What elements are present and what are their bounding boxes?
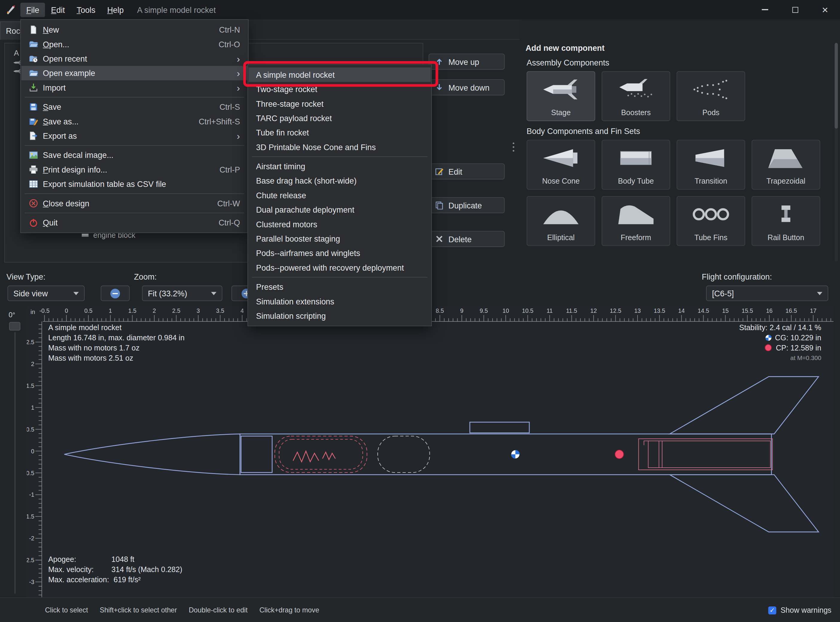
menu-item-open-example[interactable]: Open example› (21, 66, 248, 80)
rotation-slider-track[interactable] (14, 332, 15, 594)
menu-item-3d-printable-nose-cone-and-fins[interactable]: 3D Printable Nose Cone and Fins (248, 140, 431, 154)
move-up-button[interactable]: Move up (428, 53, 505, 70)
menu-item-dual-parachute-deployment[interactable]: Dual parachute deployment (248, 203, 431, 217)
rocket-figure[interactable] (64, 377, 819, 532)
menu-item-label: Chute release (256, 191, 306, 200)
menu-item-close-design[interactable]: Close designCtrl-W (21, 196, 248, 210)
menu-item-import[interactable]: Import› (21, 81, 248, 95)
minimize-button[interactable] (750, 0, 780, 19)
menu-item-label: Clustered motors (256, 220, 317, 229)
design-mass-motors: Mass with motors 2.51 oz (48, 354, 133, 362)
menu-item-label: Tube fin rocket (256, 128, 309, 137)
delete-icon (435, 235, 444, 244)
component-label: Rail Button (768, 233, 804, 242)
window-title: A simple model rocket (137, 5, 216, 14)
nose-shoulder[interactable] (241, 436, 272, 473)
move-down-button[interactable]: Move down (428, 79, 505, 95)
svg-text:-0.5: -0.5 (27, 470, 34, 476)
menu-item-print-design-info[interactable]: Print design info...Ctrl-P (21, 162, 248, 177)
menu-item-pods-powered-with-recovery-deployment[interactable]: Pods--powered with recovery deployment (248, 261, 431, 275)
component-button-pods[interactable]: Pods (677, 71, 745, 121)
menu-item-save[interactable]: SaveCtrl-S (21, 99, 248, 114)
menubar-file[interactable]: File (20, 2, 45, 17)
file-menu: NewCtrl-NOpen...Ctrl-OOpen recent›Open e… (20, 19, 248, 233)
delete-button[interactable]: Delete (428, 231, 505, 247)
menu-shortcut: Ctrl+Shift-S (198, 117, 240, 126)
component-button-nose-cone[interactable]: Nose Cone (527, 140, 595, 190)
freeform-icon (616, 197, 656, 231)
svg-text:0: 0 (65, 307, 68, 314)
menubar-edit[interactable]: Edit (45, 2, 71, 17)
menu-item-tube-fin-rocket[interactable]: Tube fin rocket (248, 125, 431, 140)
menubar-tools[interactable]: Tools (71, 2, 101, 17)
motor[interactable] (648, 441, 770, 468)
menu-item-two-stage-rocket[interactable]: Two-stage rocket (248, 82, 431, 96)
component-button-transition[interactable]: Transition (677, 140, 745, 190)
shock-cord[interactable] (322, 452, 335, 460)
scrollbar[interactable] (835, 43, 838, 261)
component-button-elliptical[interactable]: Elliptical (527, 196, 595, 246)
view-type-select[interactable]: Side view (8, 285, 85, 301)
fin-upper[interactable] (669, 377, 819, 434)
menu-item-three-stage-rocket[interactable]: Three-stage rocket (248, 96, 431, 111)
button-label: Duplicate (448, 201, 482, 210)
hint-drag: Click+drag to move (259, 606, 319, 614)
decal-icon (29, 150, 38, 159)
component-button-rail-button[interactable]: Rail Button (752, 196, 820, 246)
menu-item-base-drag-hack-short-wide[interactable]: Base drag hack (short-wide) (248, 174, 431, 188)
component-button-freeform[interactable]: Freeform (602, 196, 670, 246)
parachute-inner[interactable] (279, 439, 363, 469)
close-button[interactable]: × (810, 0, 840, 19)
zoom-out-button[interactable] (101, 285, 130, 301)
flight-config-select[interactable]: [C6-5] (706, 285, 828, 301)
zoom-select[interactable]: Fit (33.2%) (142, 285, 223, 301)
body-tube-outline[interactable] (240, 434, 771, 474)
rotation-slider-handle[interactable] (9, 322, 20, 331)
menu-item-open-recent[interactable]: Open recent› (21, 52, 248, 66)
button-label: Move down (448, 83, 489, 92)
menu-item-parallel-booster-staging[interactable]: Parallel booster staging (248, 232, 431, 246)
duplicate-button[interactable]: Duplicate (428, 197, 505, 213)
scrollbar-thumb[interactable] (835, 43, 838, 129)
component-button-boosters[interactable]: Boosters (602, 71, 670, 121)
menu-item-quit[interactable]: QuitCtrl-Q (21, 215, 248, 230)
menubar-help[interactable]: Help (101, 2, 130, 17)
titlebar: File Edit Tools Help A simple model rock… (0, 0, 840, 19)
rocket-canvas[interactable]: in -0.500.511.522.533.544.555.566.577.58… (27, 306, 834, 598)
show-warnings-checkbox[interactable]: ✓ (768, 606, 776, 614)
menu-item-label: Save as... (43, 117, 79, 126)
edit-button[interactable]: Edit (428, 163, 505, 180)
fin-lower[interactable] (669, 474, 819, 532)
menu-item-presets[interactable]: Presets (248, 280, 431, 294)
menu-item-open[interactable]: Open...Ctrl-O (21, 37, 248, 52)
parachute-outline[interactable] (275, 436, 367, 473)
menu-item-simulation-extensions[interactable]: Simulation extensions (248, 294, 431, 309)
menu-item-pods-airframes-and-winglets[interactable]: Pods--airframes and winglets (248, 246, 431, 260)
component-button-stage[interactable]: Stage (527, 71, 595, 121)
menu-item-label: Simulation scripting (256, 311, 326, 320)
component-button-body-tube[interactable]: Body Tube (602, 140, 670, 190)
menu-item-chute-release[interactable]: Chute release (248, 188, 431, 203)
nose-cone-outline[interactable] (64, 434, 240, 474)
menu-item-new[interactable]: NewCtrl-N (21, 23, 248, 37)
menu-item-export-as[interactable]: Export as› (21, 129, 248, 143)
motor-hook[interactable] (644, 441, 648, 445)
menu-shortcut: Ctrl-P (220, 165, 240, 174)
hint-shift-click: Shift+click to select other (100, 606, 177, 614)
menu-item-simulation-scripting[interactable]: Simulation scripting (248, 309, 431, 323)
wadding-outline[interactable] (378, 436, 430, 473)
menu-item-export-simulation-table-as-csv-file[interactable]: Export simulation table as CSV file (21, 177, 248, 191)
menu-item-save-decal-image[interactable]: Save decal image... (21, 148, 248, 162)
component-button-tube-fins[interactable]: Tube Fins (677, 196, 745, 246)
menu-item-tarc-payload-rocket[interactable]: TARC payload rocket (248, 111, 431, 125)
launch-lug[interactable] (470, 422, 529, 433)
maximize-button[interactable] (780, 0, 810, 19)
component-button-trapezoidal[interactable]: Trapezoidal (752, 140, 820, 190)
menu-item-airstart-timing[interactable]: Airstart timing (248, 159, 431, 174)
shock-cord[interactable] (293, 451, 319, 462)
menu-item-save-as[interactable]: Save as...Ctrl+Shift-S (21, 114, 248, 129)
menu-item-a-simple-model-rocket[interactable]: A simple model rocket (248, 67, 431, 82)
drag-handle-icon[interactable] (512, 143, 514, 152)
menu-item-clustered-motors[interactable]: Clustered motors (248, 217, 431, 232)
transition-icon (691, 140, 731, 175)
